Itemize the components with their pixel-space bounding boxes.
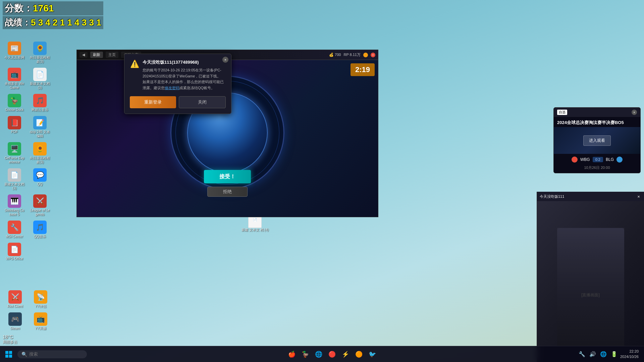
taskbar-app-feather[interactable]: 🐦 [366,348,378,360]
timer-overlay: 2:19 [351,63,375,76]
desktop-icon-14[interactable]: 🔧 MSI Center [3,219,26,240]
desktop-icon-16[interactable]: 📄 WPS Office [3,241,26,262]
taskbar-clock: 22:20 2024/10/26 [620,349,641,359]
tray-icon-3[interactable]: 🌐 [599,350,608,359]
alert-modify-password-link[interactable]: 修改密码 [165,86,179,90]
search-input[interactable] [29,352,83,357]
tray-icon-4[interactable]: 🔋 [609,350,619,359]
icon-img-10: 📄 [8,168,21,182]
icon-img-5: 🎵 [33,94,47,107]
icon-img-11: 💬 [33,168,47,182]
nav-refresh[interactable]: 刷新 [90,52,103,58]
user-currency: 💰 700 [329,53,341,57]
svg-rect-1 [9,351,12,354]
nav-back[interactable]: ◀ [79,52,88,58]
nav-home[interactable]: 主页 [106,52,118,58]
svg-rect-0 [5,351,8,354]
svg-rect-2 [5,355,8,358]
file-label: 新建 文本文 档 (4) [241,228,269,232]
alert-close-btn[interactable]: × [222,57,228,63]
alert-body-line3: 或紧急冻结QQ账号。 [179,86,215,90]
minimize-btn[interactable] [363,53,368,57]
team1-badge [572,157,578,163]
desktop-icon-4[interactable]: 🦆 Goose Duck [3,93,26,113]
icon-img-12: 🎹 [8,194,21,208]
weather-widget: 18°C 局部多云 [3,334,17,345]
score-value2: 5 3 4 2 1 1 4 3 3 1 [31,17,101,27]
start-button[interactable] [3,348,15,360]
desktop-icon-12[interactable]: 🎹 Steinberg Cubase 5 [3,193,26,218]
desktop-icon-2[interactable]: 📺 央视影音 WeGame [3,66,26,91]
icon-img-4: 🦆 [8,94,21,107]
taskbar-app-red[interactable]: 🔴 [326,348,338,360]
icon-img-14: 🔧 [8,221,21,234]
taskbar-app-orange[interactable]: 🟠 [353,348,365,360]
desktop-icon-0[interactable]: 📰 今天无互联网 [3,40,26,65]
team2-name: BLG [606,157,614,162]
search-icon: 🔍 [21,352,27,357]
close-game-btn[interactable]: × [371,53,375,57]
weather-desc: 局部多云 [3,340,17,345]
clock-date: 2024/10/26 [620,354,639,359]
alert-relogin-btn[interactable]: 重新登录 [130,96,176,108]
windows-logo-icon [5,350,13,358]
desktop-icon-8[interactable]: 🖥️ GeForce Experience [3,141,26,166]
desktop-icon-7[interactable]: 📝 dzip 245 文本编辑 [28,115,52,139]
tournament-teams: WBG 0:2 BLG [554,154,640,165]
desktop-icon-3[interactable]: 📄 新建文本文档(3) [28,66,52,91]
icon-img-13: ⚔️ [33,194,47,208]
taskbar-app-duck[interactable]: 🦆 [299,348,311,360]
desktop-icon-10[interactable]: 📄 新建文本文档(3) [3,167,26,192]
desktop-icons-bottom: ⚔️ Riot Client 📡 YY伴侣 🎮 Steam 📺 YY开播 [3,289,52,332]
match-score: 0:2 [593,157,603,162]
riot-client-icon[interactable]: ⚔️ Riot Client [3,289,27,310]
desktop-icon-5[interactable]: 🎵 网易云音乐 [28,93,52,113]
alert-header: ⚠️ 今天没吃饭111(1377489968) 您的账号于2024-10-26 … [124,54,231,94]
alert-buttons: 重新登录 关闭 [124,94,231,114]
icon-img-8: 🖥️ [8,142,21,156]
alert-content: 今天没吃饭111(1377489968) 您的账号于2024-10-26 22:… [143,59,226,91]
timer-value: 2:19 [355,65,370,74]
desktop-icon-6[interactable]: 📕 PDF [3,115,26,139]
icon-row-bottom-1: ⚔️ Riot Client 📡 YY伴侣 [3,289,52,310]
stream-close-btn[interactable]: × [636,194,641,199]
desktop: 分数：1761 战绩：5 3 4 2 1 1 4 3 3 1 📰 今天无互联网 … [0,0,644,362]
desktop-icon-1[interactable]: 🌻 向日葵远程程桌(3) [28,40,52,65]
tournament-badge: 自选 [557,110,567,115]
taskbar-center: 🍎 🦆 🌐 🔴 ⚡ 🟠 🐦 [87,348,577,360]
yy-broadcast-img: 📺 [34,312,47,326]
tray-icon-1[interactable]: 🔧 [577,350,587,359]
clock-time: 22:20 [620,349,639,354]
stream-video-area: [直播画面] [557,228,624,362]
tournament-watch-btn[interactable]: 进入观看 [583,135,611,146]
tournament-popup: 自选 × 2024全球总决赛淘汰赛半决赛BO5 进入观看 WBG 0:2 BLG… [553,107,641,173]
yy-broadcast-icon[interactable]: 📺 YY开播 [29,311,52,332]
taskbar-right: 🔧 🔊 🌐 🔋 22:20 2024/10/26 [577,349,641,359]
taskbar-app-fruit[interactable]: 🍎 [286,348,298,360]
riot-client-img: ⚔️ [8,290,22,304]
accept-button[interactable]: 接受！ [204,170,251,183]
desktop-icon-9[interactable]: 🌻 向日葵远程程桌(3) [28,141,52,166]
desktop-icon-13[interactable]: ⚔️ League of Legends [28,193,52,218]
score-value1: 1761 [33,3,54,13]
score-line1: 分数：1761 [3,1,103,15]
alert-dialog: × ⚠️ 今天没吃饭111(1377489968) 您的账号于2024-10-2… [124,54,231,114]
tray-icon-2[interactable]: 🔊 [588,350,597,359]
desktop-icon-11[interactable]: 💬 QQ [28,167,52,192]
tournament-close-btn[interactable]: × [632,110,637,115]
stream-title: 今天没吃饭111 [540,194,564,199]
alert-close-secondary-btn[interactable]: 关闭 [179,96,226,108]
steam-icon[interactable]: 🎮 Steam [3,311,27,332]
stream-content: [直播画面] [537,201,644,362]
reject-button[interactable]: 拒绝 [207,187,248,197]
tournament-date: 10月26日 20:00 [554,165,640,173]
yy-partner-icon[interactable]: 📡 YY伴侣 [29,289,52,310]
icon-img-0: 📰 [8,42,21,55]
score-label2: 战绩： [5,17,31,27]
stream-header: 今天没吃饭111 × [537,192,644,201]
taskbar-app-bolt[interactable]: ⚡ [339,348,352,360]
user-rp: RP 8.11万 [343,52,361,57]
desktop-icon-15[interactable]: 🎵 QQ音乐 [28,219,52,240]
taskbar-search[interactable]: 🔍 [17,350,87,358]
taskbar-app-browser[interactable]: 🌐 [313,348,325,360]
